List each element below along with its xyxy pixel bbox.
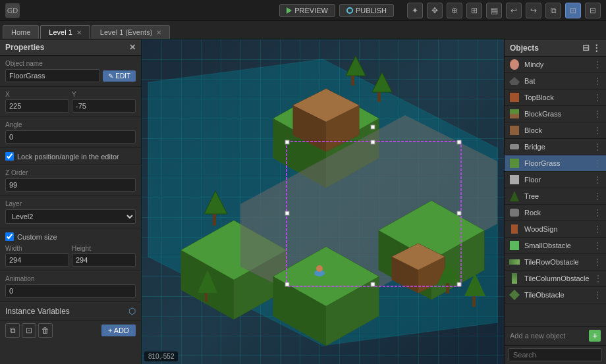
object-menu-dots[interactable]: ⋮ <box>593 240 602 251</box>
y-input[interactable] <box>72 99 136 113</box>
more-tool[interactable]: ⊟ <box>585 3 601 18</box>
objects-panel-header: Objects ⊟ ⋮ <box>505 39 606 57</box>
edit-label: EDIT <box>115 72 130 80</box>
object-name: WoodSign <box>524 225 589 233</box>
add-object-button[interactable]: + <box>589 330 601 342</box>
angle-input[interactable] <box>5 130 136 143</box>
object-list-item[interactable]: FloorGrass ⋮ <box>505 155 606 172</box>
object-icon <box>509 124 520 136</box>
object-list-item[interactable]: Bridge ⋮ <box>505 139 606 155</box>
object-menu-dots[interactable]: ⋮ <box>593 92 602 103</box>
object-list-item[interactable]: TileRowObstacle ⋮ <box>505 254 606 271</box>
object-menu-dots[interactable]: ⋮ <box>593 191 602 201</box>
object-menu-dots[interactable]: ⋮ <box>593 76 602 86</box>
canvas-area[interactable]: 810,-552 <box>142 39 504 364</box>
preview-button[interactable]: PREVIEW <box>279 4 335 17</box>
object-menu-dots[interactable]: ⋮ <box>593 125 602 136</box>
objects-filter-icon[interactable]: ⊟ <box>582 43 590 53</box>
properties-title: Properties <box>5 43 44 52</box>
paste-var-button[interactable]: ⊡ <box>22 323 36 338</box>
publish-button[interactable]: PUBLISH <box>339 4 394 17</box>
undo-tool[interactable]: ↩ <box>506 3 522 18</box>
object-menu-dots[interactable]: ⋮ <box>593 109 602 119</box>
object-name: Mindy <box>524 61 589 68</box>
settings-tool[interactable]: ⊡ <box>565 3 581 18</box>
object-list-item[interactable]: BlockGrass ⋮ <box>505 106 606 122</box>
grid-tool[interactable]: ⊞ <box>466 3 482 18</box>
object-menu-dots[interactable]: ⋮ <box>593 59 602 70</box>
object-name: TopBlock <box>524 93 589 101</box>
redo-tool[interactable]: ↪ <box>526 3 541 18</box>
svg-rect-20 <box>205 293 207 302</box>
external-link-icon[interactable]: ⬡ <box>128 306 136 316</box>
object-icon <box>509 256 520 268</box>
tab-level1-events-close[interactable]: ✕ <box>156 29 161 36</box>
objects-menu-icon[interactable]: ⋮ <box>592 43 601 53</box>
object-menu-dots[interactable]: ⋮ <box>593 273 603 284</box>
search-input[interactable] <box>509 348 602 361</box>
tab-home[interactable]: Home <box>3 25 39 39</box>
top-toolbar: GD PREVIEW PUBLISH ✦ ✥ ⊕ ⊞ ▤ ↩ ↪ ⧉ ⊡ ⊟ <box>0 0 606 21</box>
objects-title: Objects <box>510 43 539 53</box>
tab-level1[interactable]: Level 1 ✕ <box>40 25 90 39</box>
object-menu-dots[interactable]: ⋮ <box>593 174 602 185</box>
custom-size-checkbox[interactable] <box>5 232 14 241</box>
svg-rect-45 <box>457 211 461 215</box>
svg-rect-44 <box>285 211 289 215</box>
object-list-item[interactable]: Rock ⋮ <box>505 205 606 221</box>
lock-label: Lock position/angle in the editor <box>17 153 119 161</box>
zorder-input[interactable] <box>5 178 136 192</box>
objects-footer: Add a new object + <box>505 326 606 345</box>
object-menu-dots[interactable]: ⋮ <box>593 224 602 234</box>
object-menu-dots[interactable]: ⋮ <box>593 290 602 300</box>
custom-size-section: Custom size Width Height <box>0 228 141 271</box>
animation-input[interactable] <box>5 284 136 298</box>
angle-section: Angle <box>0 117 141 148</box>
object-menu-dots[interactable]: ⋮ <box>593 158 602 169</box>
layer-select[interactable]: Level2 Level1 Base <box>5 209 136 224</box>
object-name: Block <box>524 126 589 134</box>
x-input[interactable] <box>5 99 69 113</box>
object-list-item[interactable]: Floor ⋮ <box>505 172 606 188</box>
tab-level1-close[interactable]: ✕ <box>76 29 82 36</box>
layers-tool[interactable]: ▤ <box>486 3 502 18</box>
properties-header: Properties ✕ <box>0 39 141 56</box>
object-list-item[interactable]: WoodSign ⋮ <box>505 221 606 238</box>
tab-bar: Home Level 1 ✕ Level 1 (Events) ✕ <box>0 21 606 39</box>
properties-close[interactable]: ✕ <box>129 43 136 52</box>
object-name-input[interactable] <box>5 69 100 82</box>
tab-level1-events[interactable]: Level 1 (Events) ✕ <box>92 25 170 39</box>
add-var-button[interactable]: + ADD <box>101 325 136 336</box>
object-menu-dots[interactable]: ⋮ <box>593 257 602 267</box>
object-list-item[interactable]: TileColumnObstacle ⋮ <box>505 271 606 287</box>
object-list-item[interactable]: TileObstacle ⋮ <box>505 287 606 303</box>
edit-button[interactable]: ✎ EDIT <box>103 70 136 82</box>
object-list-item[interactable]: SmallObstacle ⋮ <box>505 238 606 254</box>
object-menu-dots[interactable]: ⋮ <box>593 207 602 218</box>
height-input[interactable] <box>72 253 136 267</box>
lock-checkbox-row[interactable]: Lock position/angle in the editor <box>5 152 136 161</box>
object-icon <box>509 59 520 70</box>
lock-checkbox[interactable] <box>5 152 14 161</box>
history-tool[interactable]: ⧉ <box>545 3 561 18</box>
width-input[interactable] <box>5 253 69 267</box>
object-list-item[interactable]: Tree ⋮ <box>505 188 606 205</box>
properties-panel: Properties ✕ Object name ✎ EDIT X <box>0 39 142 364</box>
object-menu-dots[interactable]: ⋮ <box>593 142 602 152</box>
app-logo[interactable]: GD <box>5 3 20 18</box>
hand-tool[interactable]: ✥ <box>427 3 443 18</box>
object-list-item[interactable]: TopBlock ⋮ <box>505 90 606 106</box>
object-list-item[interactable]: Bat ⋮ <box>505 73 606 90</box>
main-area: Properties ✕ Object name ✎ EDIT X <box>0 39 606 364</box>
cursor-tool[interactable]: ✦ <box>407 3 423 18</box>
delete-var-button[interactable]: 🗑 <box>38 323 53 338</box>
svg-marker-15 <box>372 72 392 92</box>
object-list-item[interactable]: Block ⋮ <box>505 122 606 139</box>
svg-rect-16 <box>377 92 381 102</box>
copy-var-button[interactable]: ⧉ <box>5 323 20 338</box>
zoom-tool[interactable]: ⊕ <box>447 3 462 18</box>
animation-label: Animation <box>5 275 136 282</box>
custom-size-checkbox-row[interactable]: Custom size <box>5 232 136 241</box>
y-label: Y <box>72 91 136 98</box>
object-list-item[interactable]: Mindy ⋮ <box>505 57 606 73</box>
